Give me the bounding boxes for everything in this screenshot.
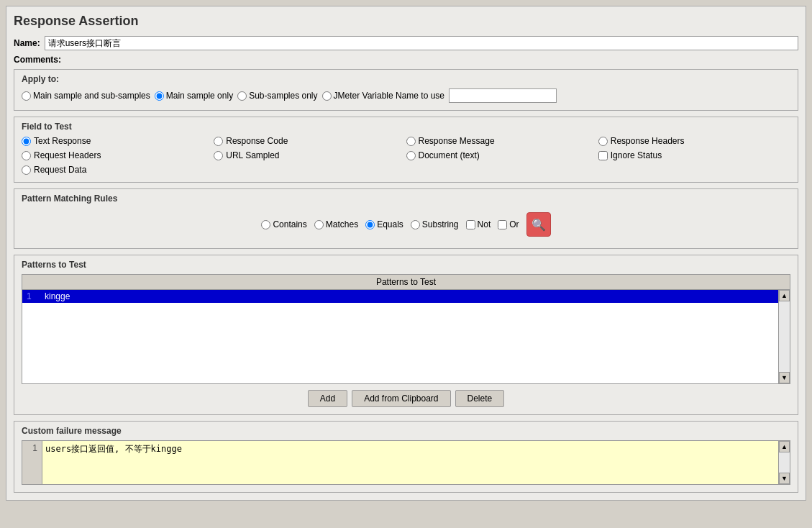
line-number: 1 bbox=[22, 441, 42, 484]
field-to-test-section: Field to Test Text Response Response Cod… bbox=[14, 117, 798, 183]
scroll-track bbox=[779, 301, 790, 372]
radio-equals[interactable] bbox=[365, 220, 375, 229]
comments-label: Comments: bbox=[14, 55, 61, 65]
patterns-table: Patterns to Test 1 kingge ▲ ▼ bbox=[22, 274, 790, 384]
patterns-to-test-section: Patterns to Test Patterns to Test 1 king… bbox=[14, 255, 798, 415]
field-to-test-legend: Field to Test bbox=[22, 122, 790, 132]
rule-contains[interactable]: Contains bbox=[261, 219, 306, 229]
custom-failure-inner: 1 ▲ ▼ bbox=[22, 441, 790, 484]
radio-resp-msg[interactable] bbox=[406, 137, 416, 146]
table-row[interactable]: 1 kingge bbox=[22, 290, 790, 303]
cf-scroll-up-btn[interactable]: ▲ bbox=[779, 441, 790, 452]
field-req-headers[interactable]: Request Headers bbox=[22, 150, 214, 160]
pattern-rules-row: Contains Matches Equals Substring Not Or bbox=[22, 208, 790, 241]
page-title: Response Assertion bbox=[14, 14, 798, 29]
pattern-matching-section: Pattern Matching Rules Contains Matches … bbox=[14, 188, 798, 249]
radio-resp-code[interactable] bbox=[214, 137, 223, 146]
search-icon: 🔍 bbox=[532, 218, 546, 232]
checkbox-or[interactable] bbox=[498, 220, 507, 229]
pattern-matching-legend: Pattern Matching Rules bbox=[22, 194, 790, 204]
radio-substring[interactable] bbox=[411, 220, 420, 229]
patterns-to-test-legend: Patterns to Test bbox=[22, 260, 790, 270]
jmeter-var-input[interactable] bbox=[449, 88, 557, 103]
radio-main-sub[interactable] bbox=[22, 91, 31, 101]
custom-failure-section: Custom failure message 1 ▲ ▼ bbox=[14, 421, 798, 493]
patterns-scrollbar[interactable]: ▲ ▼ bbox=[778, 290, 790, 383]
checkbox-ignore-status[interactable] bbox=[598, 151, 608, 160]
field-text-resp[interactable]: Text Response bbox=[22, 136, 214, 146]
rule-not[interactable]: Not bbox=[466, 219, 491, 229]
name-row: Name: bbox=[14, 36, 798, 50]
custom-failure-scrollbar[interactable]: ▲ ▼ bbox=[778, 441, 790, 484]
row-value: kingge bbox=[45, 291, 70, 301]
radio-resp-headers[interactable] bbox=[598, 137, 608, 146]
custom-failure-textarea-container: 1 ▲ ▼ bbox=[22, 440, 790, 485]
apply-main-only[interactable]: Main sample only bbox=[155, 91, 233, 101]
add-button[interactable]: Add bbox=[308, 390, 347, 407]
rule-matches[interactable]: Matches bbox=[314, 219, 358, 229]
apply-to-section: Apply to: Main sample and sub-samples Ma… bbox=[14, 69, 798, 111]
delete-button[interactable]: Delete bbox=[455, 390, 505, 407]
apply-main-sub[interactable]: Main sample and sub-samples bbox=[22, 91, 150, 101]
name-label: Name: bbox=[14, 38, 40, 48]
search-button[interactable]: 🔍 bbox=[526, 212, 551, 237]
radio-text-resp[interactable] bbox=[22, 137, 31, 146]
rule-substring[interactable]: Substring bbox=[411, 219, 459, 229]
custom-failure-legend: Custom failure message bbox=[22, 426, 790, 436]
apply-jmeter-var[interactable]: JMeter Variable Name to use bbox=[322, 91, 445, 101]
patterns-buttons-row: Add Add from Clipboard Delete bbox=[22, 390, 790, 407]
field-url-sampled[interactable]: URL Sampled bbox=[214, 150, 406, 160]
field-ignore-status[interactable]: Ignore Status bbox=[598, 150, 790, 160]
radio-sub-only[interactable] bbox=[237, 91, 247, 101]
field-to-test-grid: Text Response Response Code Response Mes… bbox=[22, 136, 790, 175]
radio-url-sampled[interactable] bbox=[214, 151, 223, 160]
name-input[interactable] bbox=[45, 36, 798, 50]
patterns-table-body: 1 kingge ▲ ▼ bbox=[22, 290, 790, 383]
rule-equals[interactable]: Equals bbox=[365, 219, 403, 229]
radio-document[interactable] bbox=[406, 151, 416, 160]
comments-row: Comments: bbox=[14, 55, 798, 65]
radio-jmeter-var[interactable] bbox=[322, 91, 332, 101]
field-req-data[interactable]: Request Data bbox=[22, 165, 214, 175]
radio-contains[interactable] bbox=[261, 220, 270, 229]
apply-sub-only[interactable]: Sub-samples only bbox=[237, 91, 317, 101]
radio-req-data[interactable] bbox=[22, 165, 31, 175]
custom-failure-textarea[interactable] bbox=[42, 441, 790, 484]
field-resp-code[interactable]: Response Code bbox=[214, 136, 406, 146]
field-resp-msg[interactable]: Response Message bbox=[406, 136, 598, 146]
radio-main-only[interactable] bbox=[155, 91, 164, 101]
row-number: 1 bbox=[27, 291, 45, 301]
scroll-up-btn[interactable]: ▲ bbox=[779, 290, 790, 301]
add-clipboard-button[interactable]: Add from Clipboard bbox=[352, 390, 450, 407]
radio-req-headers[interactable] bbox=[22, 151, 31, 160]
field-document[interactable]: Document (text) bbox=[406, 150, 598, 160]
scroll-down-btn[interactable]: ▼ bbox=[779, 372, 790, 383]
patterns-table-header: Patterns to Test bbox=[22, 275, 790, 290]
apply-to-legend: Apply to: bbox=[22, 74, 790, 84]
field-resp-headers[interactable]: Response Headers bbox=[598, 136, 790, 146]
apply-to-radio-group: Main sample and sub-samples Main sample … bbox=[22, 88, 790, 103]
checkbox-not[interactable] bbox=[466, 220, 475, 229]
main-container: Response Assertion Name: Comments: Apply… bbox=[6, 6, 806, 501]
radio-matches[interactable] bbox=[314, 220, 324, 229]
rule-or[interactable]: Or bbox=[498, 219, 519, 229]
cf-scroll-track bbox=[779, 452, 790, 473]
cf-scroll-down-btn[interactable]: ▼ bbox=[779, 473, 790, 484]
